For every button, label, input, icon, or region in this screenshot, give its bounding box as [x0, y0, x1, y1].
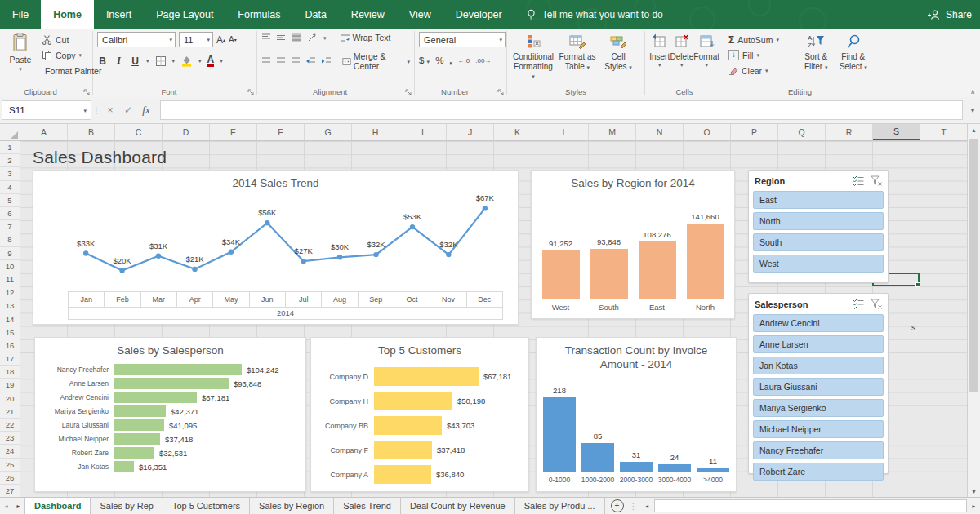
borders-button[interactable] [155, 55, 167, 67]
cancel-button[interactable]: × [101, 104, 119, 116]
currency-format-button[interactable]: $ ▾ [419, 55, 430, 65]
sheet-tab-deal-count-by-revenue[interactable]: Deal Count by Revenue [401, 498, 515, 514]
font-family-select[interactable]: Calibri ▾ [97, 32, 176, 47]
sheet-tab-sales-by-region[interactable]: Sales by Region [250, 498, 334, 514]
slicer-item-north[interactable]: North [753, 212, 884, 230]
slicer-item-nancy-freehafer[interactable]: Nancy Freehafer [753, 441, 884, 459]
sheet-tab-sales-by-rep[interactable]: Sales by Rep [91, 498, 163, 514]
column-header-j[interactable]: J [447, 124, 494, 140]
slicer-item-robert-zare[interactable]: Robert Zare [753, 463, 884, 481]
bar[interactable] [374, 465, 431, 484]
column-header-p[interactable]: P [731, 124, 778, 140]
underline-button[interactable]: U [130, 55, 140, 67]
bold-button[interactable]: B [97, 55, 108, 67]
align-right-button[interactable] [291, 56, 301, 66]
ribbon-tab-developer[interactable]: Developer [443, 0, 514, 29]
sales-by-region-chart[interactable]: Sales by Region for 2014 91,252West93,84… [531, 170, 735, 319]
prev-sheet-icon[interactable]: ◂ [0, 498, 12, 514]
bar[interactable] [542, 250, 580, 299]
top-5-customers-chart[interactable]: Top 5 Customers Company D$67,181Company … [310, 337, 529, 492]
region-slicer[interactable]: Region EastNorthSouthWest [748, 170, 889, 283]
font-size-select[interactable]: 11 ▾ [179, 32, 213, 47]
column-header-h[interactable]: H [352, 124, 399, 140]
top-align-button[interactable] [261, 33, 271, 42]
row-header-20[interactable]: 20 [0, 392, 20, 405]
column-header-f[interactable]: F [257, 124, 305, 140]
scroll-up-icon[interactable]: ▴ [968, 124, 980, 136]
column-header-q[interactable]: Q [778, 124, 826, 140]
row-header-22[interactable]: 22 [0, 419, 20, 432]
column-header-l[interactable]: L [541, 124, 589, 140]
bar[interactable] [639, 241, 676, 299]
row-header-2[interactable]: 2 [0, 154, 20, 167]
comma-style-button[interactable]: , [449, 55, 452, 65]
bottom-align-button[interactable] [291, 32, 302, 43]
vertical-scrollbar[interactable]: ▴ ▾ [967, 124, 980, 498]
column-header-n[interactable]: N [636, 124, 684, 140]
copy-button[interactable]: Copy ▾ [42, 47, 88, 63]
row-header-8[interactable]: 8 [0, 233, 20, 246]
ribbon-tab-review[interactable]: Review [339, 0, 397, 29]
slicer-item-michael-neipper[interactable]: Michael Neipper [753, 420, 884, 438]
ribbon-tab-home[interactable]: Home [41, 0, 94, 29]
middle-align-button[interactable] [276, 33, 286, 42]
clear-filter-icon[interactable] [871, 299, 882, 309]
row-header-9[interactable]: 9 [0, 247, 20, 260]
column-header-o[interactable]: O [684, 124, 731, 140]
slicer-item-andrew-cencini[interactable]: Andrew Cencini [753, 314, 884, 332]
decrease-font-size-button[interactable]: A▾ [229, 35, 237, 44]
column-header-a[interactable]: A [20, 124, 68, 140]
delete-cells-button[interactable]: Delete ▾ [670, 32, 693, 83]
bar[interactable] [374, 367, 479, 386]
cut-button[interactable]: Cut [42, 32, 88, 47]
column-header-b[interactable]: B [68, 124, 115, 140]
multi-select-icon[interactable] [853, 299, 864, 309]
tell-me-box[interactable]: Tell me what you want to do [526, 0, 663, 29]
row-header-5[interactable]: 5 [0, 194, 20, 207]
format-cells-button[interactable]: Format ▾ [693, 32, 719, 83]
transaction-count-chart[interactable]: Transaction Count by Invoice Amount - 20… [536, 337, 737, 492]
scroll-down-icon[interactable]: ▾ [968, 485, 980, 498]
bar[interactable] [114, 378, 229, 389]
row-header-14[interactable]: 14 [0, 312, 20, 326]
orientation-button[interactable] [307, 33, 318, 42]
scroll-left-icon[interactable]: ◂ [641, 499, 653, 512]
insert-cells-button[interactable]: Insert ▾ [649, 32, 670, 83]
slicer-item-mariya-sergienko[interactable]: Mariya Sergienko [753, 399, 884, 417]
row-header-13[interactable]: 13 [0, 299, 20, 312]
percent-style-button[interactable]: % [435, 55, 443, 65]
clear-filter-icon[interactable] [871, 175, 882, 186]
italic-button[interactable]: I [114, 55, 124, 67]
row-header-25[interactable]: 25 [0, 459, 20, 472]
bar[interactable] [114, 461, 134, 472]
find-select-button[interactable]: Find & Select ▾ [835, 32, 871, 71]
row-header-1[interactable]: 1 [0, 141, 20, 154]
ribbon-tab-page-layout[interactable]: Page Layout [144, 0, 225, 29]
row-header-18[interactable]: 18 [0, 366, 20, 379]
salesperson-slicer[interactable]: Salesperson Andrew CenciniAnne LarsenJan… [748, 293, 889, 474]
slicer-item-south[interactable]: South [753, 233, 884, 251]
next-sheet-icon[interactable]: ▸ [12, 498, 24, 514]
bar[interactable] [658, 464, 691, 472]
sort-filter-button[interactable]: A Z Sort & Filter ▾ [797, 32, 835, 71]
font-dialog-launcher-icon[interactable] [247, 89, 254, 95]
column-header-e[interactable]: E [210, 124, 257, 140]
column-header-m[interactable]: M [589, 124, 636, 140]
scroll-right-icon[interactable]: ▸ [968, 499, 980, 512]
fill-color-button[interactable] [180, 55, 193, 67]
column-header-s[interactable]: S [873, 124, 920, 140]
sheet-tab-sales-trend[interactable]: Sales Trend [334, 498, 401, 514]
number-format-select[interactable]: General ▾ [419, 32, 506, 47]
new-sheet-button[interactable]: + [611, 499, 624, 512]
increase-font-size-button[interactable]: A▴ [216, 34, 225, 46]
horizontal-scrollbar-thumb[interactable] [654, 499, 968, 512]
align-center-button[interactable] [276, 56, 286, 66]
slicer-item-east[interactable]: East [753, 191, 884, 209]
increase-decimal-button[interactable]: ←.0 [458, 57, 470, 64]
paste-button[interactable]: Paste ▾ [4, 32, 37, 82]
align-left-button[interactable] [261, 56, 271, 66]
merge-center-button[interactable]: Merge & Center ▾ [342, 51, 410, 71]
ribbon-tab-insert[interactable]: Insert [94, 0, 144, 29]
bar[interactable] [114, 433, 160, 445]
slicer-item-laura-giussani[interactable]: Laura Giussani [753, 378, 884, 396]
